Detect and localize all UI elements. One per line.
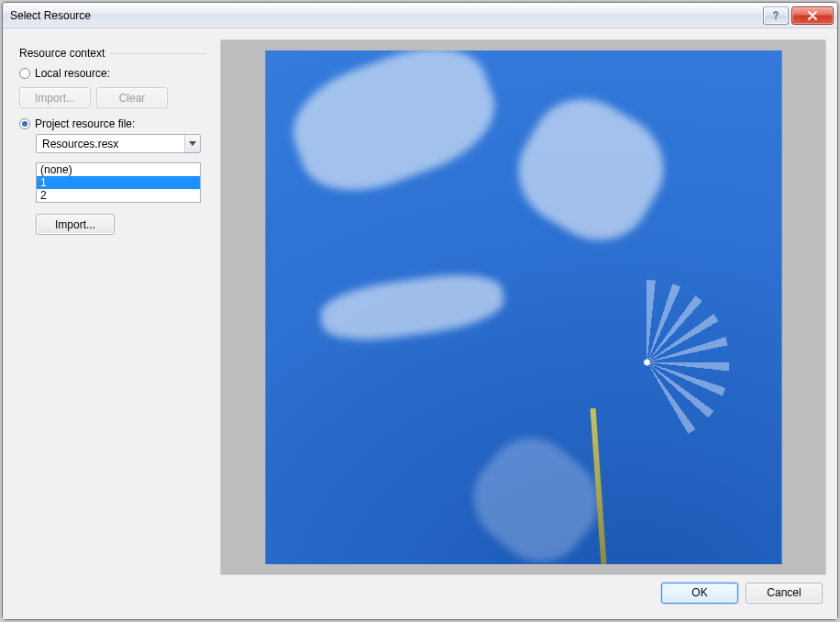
list-item[interactable]: 2 bbox=[37, 189, 200, 202]
preview-image bbox=[265, 50, 781, 564]
local-buttons: Import... Clear bbox=[19, 87, 207, 108]
help-icon bbox=[770, 10, 781, 21]
resource-file-combo[interactable]: Resources.resx bbox=[36, 134, 201, 153]
close-icon bbox=[807, 11, 818, 20]
project-controls: Resources.resx (none)12 Import... bbox=[36, 134, 207, 235]
help-button[interactable] bbox=[763, 6, 789, 25]
preview-pane bbox=[220, 39, 826, 575]
project-resource-label: Project resource file: bbox=[35, 117, 135, 130]
group-label: Resource context bbox=[19, 47, 105, 60]
local-import-button[interactable]: Import... bbox=[19, 87, 91, 108]
titlebar: Select Resource bbox=[3, 3, 837, 28]
svg-point-0 bbox=[775, 17, 777, 19]
project-import-button[interactable]: Import... bbox=[36, 214, 115, 235]
chevron-down-icon bbox=[184, 135, 200, 152]
window-buttons bbox=[763, 6, 835, 25]
list-item[interactable]: (none) bbox=[37, 163, 200, 176]
client-area: Resource context Local resource: Import.… bbox=[3, 28, 837, 619]
local-resource-radio[interactable]: Local resource: bbox=[19, 67, 207, 80]
group-header: Resource context bbox=[19, 47, 207, 60]
combo-value: Resources.resx bbox=[37, 138, 184, 150]
list-item[interactable]: 1 bbox=[37, 176, 200, 189]
dialog-footer: OK Cancel bbox=[14, 575, 826, 610]
radio-icon bbox=[19, 68, 30, 79]
ok-button[interactable]: OK bbox=[661, 583, 738, 604]
group-divider bbox=[110, 53, 207, 54]
project-resource-radio[interactable]: Project resource file: bbox=[19, 117, 207, 130]
local-resource-label: Local resource: bbox=[35, 67, 110, 80]
main-row: Resource context Local resource: Import.… bbox=[14, 38, 826, 575]
cancel-button[interactable]: Cancel bbox=[746, 583, 823, 604]
local-clear-button[interactable]: Clear bbox=[96, 87, 168, 108]
resource-context-panel: Resource context Local resource: Import.… bbox=[14, 38, 211, 575]
resource-listbox[interactable]: (none)12 bbox=[36, 162, 201, 203]
window-title: Select Resource bbox=[10, 9, 763, 22]
dialog-window: Select Resource Resource context bbox=[2, 2, 838, 620]
radio-icon bbox=[19, 118, 30, 129]
close-button[interactable] bbox=[791, 6, 834, 25]
